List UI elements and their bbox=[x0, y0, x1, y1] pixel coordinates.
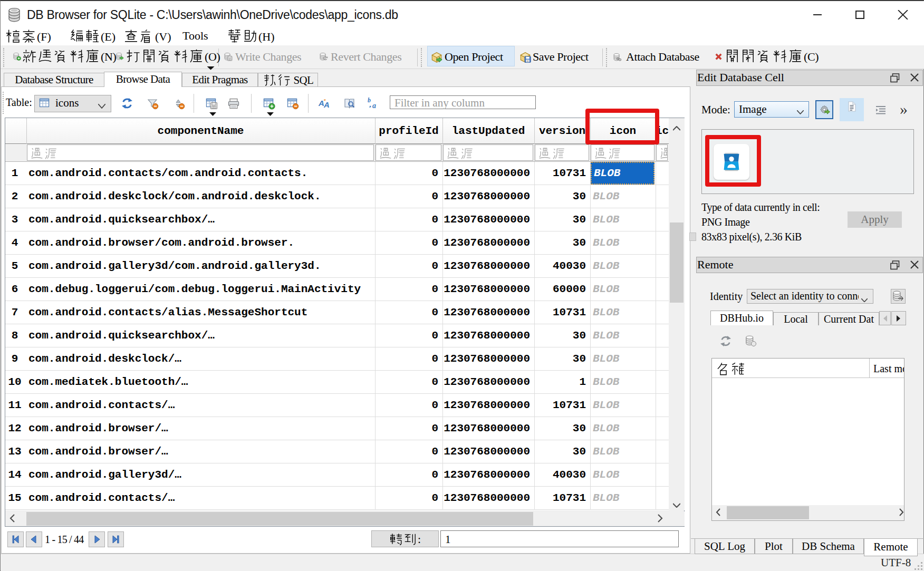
svg-text:b: b bbox=[368, 97, 371, 104]
svg-text:A: A bbox=[323, 100, 330, 109]
svg-text:a: a bbox=[372, 102, 376, 110]
